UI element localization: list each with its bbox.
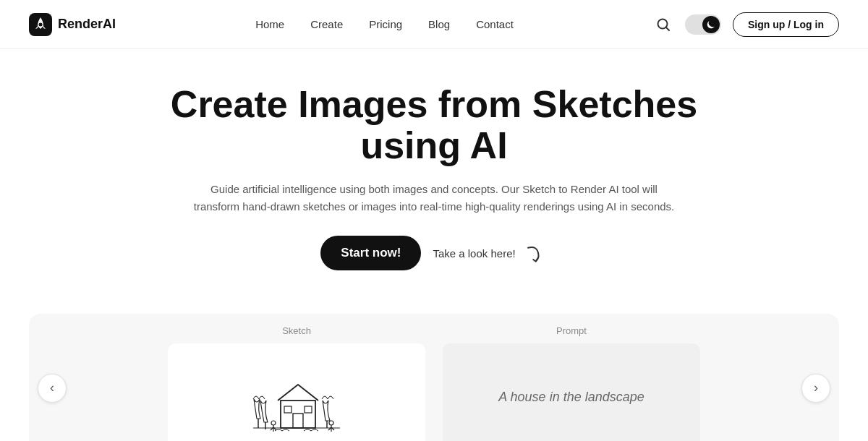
prompt-label: Prompt — [443, 325, 700, 336]
svg-line-3 — [666, 27, 670, 30]
sketch-image-box — [168, 343, 425, 441]
nav-pricing[interactable]: Pricing — [369, 18, 402, 30]
carousel-section: ‹ › Sketch — [29, 314, 839, 441]
prompt-text-box: A house in the landscape — [443, 343, 700, 441]
svg-rect-8 — [284, 406, 292, 413]
signup-button[interactable]: Sign up / Log in — [733, 12, 839, 37]
moon-icon — [706, 20, 716, 30]
nav-create[interactable]: Create — [310, 18, 343, 30]
search-button[interactable] — [653, 14, 673, 35]
secondary-cta: Take a look here! — [433, 240, 547, 266]
hero-subtext: Guide artificial intelligence using both… — [188, 181, 680, 215]
nav-blog[interactable]: Blog — [428, 18, 450, 30]
rocket-icon — [29, 13, 52, 36]
svg-point-1 — [39, 22, 43, 26]
nav-contact[interactable]: Contact — [476, 18, 514, 30]
start-now-button[interactable]: Start now! — [320, 236, 421, 270]
svg-rect-9 — [305, 406, 312, 413]
carousel-content: Sketch — [29, 314, 839, 441]
hero-section: Create Images from Sketches using AI Gui… — [0, 49, 868, 314]
prompt-column: Prompt A house in the landscape — [434, 314, 709, 441]
hero-heading: Create Images from Sketches using AI — [145, 84, 723, 166]
svg-rect-7 — [293, 414, 303, 428]
nav-home[interactable]: Home — [255, 18, 284, 30]
curved-arrow-icon — [522, 240, 548, 266]
take-a-look-label: Take a look here! — [433, 247, 515, 260]
toggle-circle — [702, 16, 720, 33]
brand-name: RenderAI — [58, 17, 116, 32]
theme-toggle[interactable] — [685, 14, 721, 35]
nav-right-actions: Sign up / Log in — [653, 12, 839, 37]
sketch-label: Sketch — [168, 325, 425, 336]
carousel-prev-button[interactable]: ‹ — [38, 374, 67, 403]
sketch-column: Sketch — [159, 314, 434, 441]
svg-point-12 — [271, 421, 276, 425]
brand-logo[interactable]: RenderAI — [29, 13, 116, 36]
carousel-next-button[interactable]: › — [801, 374, 830, 403]
nav-links: Home Create Pricing Blog Contact — [255, 18, 514, 31]
house-sketch-svg — [246, 350, 347, 441]
search-icon — [656, 17, 671, 32]
navbar: RenderAI Home Create Pricing Blog Contac… — [0, 0, 868, 49]
cta-row: Start now! Take a look here! — [29, 236, 839, 270]
svg-point-16 — [329, 421, 333, 425]
svg-rect-6 — [281, 401, 315, 428]
prompt-text: A house in the landscape — [498, 390, 644, 405]
